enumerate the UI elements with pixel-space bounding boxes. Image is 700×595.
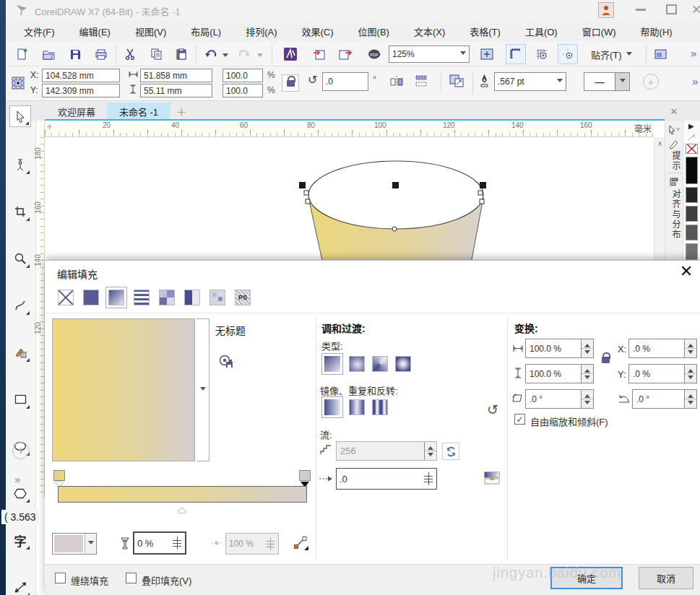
gradient-start-stop[interactable]	[53, 470, 65, 481]
transform-width-spinner[interactable]	[581, 339, 593, 357]
gradient-type-rectangular-button[interactable]	[395, 356, 411, 372]
fill-preview[interactable]	[52, 318, 195, 461]
menu-text[interactable]: 文本(X)	[402, 20, 457, 42]
two-color-pattern-fill-button[interactable]	[184, 290, 200, 305]
user-account-icon[interactable]	[598, 2, 614, 18]
align-distribute-docker-tab[interactable]: 对齐与分布	[670, 189, 682, 240]
show-grid-icon[interactable]	[532, 44, 552, 64]
lock-ratio-button[interactable]	[282, 74, 299, 92]
text-tool-icon[interactable]: 字	[9, 529, 31, 551]
scale-x-input[interactable]: 100.0	[222, 69, 263, 82]
show-guidelines-icon[interactable]	[558, 44, 578, 64]
redo-dropdown-icon[interactable]	[257, 53, 263, 60]
drawing-canvas[interactable]	[45, 137, 654, 260]
menu-window[interactable]: 窗口(W)	[570, 20, 628, 42]
toolbox-overflow-icon[interactable]: »	[14, 473, 20, 485]
zoom-level-combobox[interactable]: 125%	[389, 45, 470, 63]
transform-height-spinner[interactable]	[581, 365, 593, 383]
open-icon[interactable]	[38, 44, 59, 64]
no-fill-button[interactable]	[58, 290, 74, 305]
fullscreen-preview-icon[interactable]	[477, 44, 497, 64]
vertical-ruler[interactable]: 180 160 140 120	[36, 121, 45, 498]
menu-table[interactable]: 表格(T)	[457, 20, 513, 42]
gradient-end-stop[interactable]	[299, 470, 311, 481]
offset-input[interactable]: .0	[336, 468, 437, 490]
vector-pattern-fill-button[interactable]	[134, 290, 150, 305]
close-document-icon[interactable]: ✕	[667, 104, 681, 118]
gradient-midpoint-marker[interactable]	[178, 503, 186, 513]
fill-picker-dropdown[interactable]	[196, 318, 209, 461]
bitmap-pattern-fill-button[interactable]	[159, 290, 175, 305]
copy-icon[interactable]	[146, 44, 166, 64]
gradient-type-linear-button[interactable]	[321, 353, 343, 375]
mirror-vertical-icon[interactable]	[415, 75, 428, 87]
tab-welcome-screen[interactable]: 欢迎屏幕	[48, 103, 105, 120]
dialog-close-icon[interactable]: ✕	[675, 261, 698, 282]
overprint-fill-checkbox[interactable]	[126, 573, 137, 583]
transform-y-input[interactable]: .0 %	[628, 364, 697, 383]
menu-tools[interactable]: 工具(O)	[513, 20, 570, 42]
scroll-up-icon[interactable]: ∧	[654, 137, 665, 149]
gradient-type-elliptical-button[interactable]	[349, 356, 365, 372]
transform-x-input[interactable]: .0 %	[628, 339, 697, 358]
docker-help-pointer-icon[interactable]: ?	[668, 125, 680, 136]
new-tab-button[interactable]: ＋	[173, 104, 189, 118]
menu-arrange[interactable]: 排列(A)	[233, 20, 289, 42]
tab-untitled-1[interactable]: 未命名 -1	[107, 103, 170, 120]
skew-input[interactable]: .0 °	[525, 389, 594, 409]
text-wrap-icon[interactable]	[449, 74, 464, 87]
menu-effects[interactable]: 效果(C)	[290, 20, 346, 42]
color-swatch-gray-90[interactable]	[686, 187, 698, 203]
horizontal-ruler[interactable]: ✛ 20 40 60 80 100 120 140 160 毫米	[45, 121, 654, 137]
cut-icon[interactable]	[120, 44, 140, 64]
repeat-mirror-button[interactable]	[349, 399, 365, 415]
paste-icon[interactable]	[171, 44, 191, 64]
no-color-swatch[interactable]	[686, 144, 698, 154]
maximize-button[interactable]	[666, 4, 677, 14]
stop-color-picker[interactable]	[52, 533, 97, 555]
menu-edit[interactable]: 编辑(E)	[67, 20, 123, 42]
mirror-horizontal-icon[interactable]	[390, 75, 403, 87]
freehand-tool-icon[interactable]	[9, 295, 31, 316]
uniform-fill-button[interactable]	[83, 290, 99, 305]
artistic-media-tool-icon[interactable]	[9, 342, 31, 363]
skew-spinner[interactable]	[581, 390, 593, 408]
save-icon[interactable]	[65, 44, 85, 64]
snap-to-dropdown[interactable]: 贴齐(T)	[591, 48, 632, 61]
zoom-tool-icon[interactable]	[9, 248, 31, 269]
close-button[interactable]: ✕	[689, 2, 700, 17]
show-rulers-icon[interactable]	[506, 44, 526, 64]
transform-lock-icon[interactable]	[600, 353, 611, 366]
rotation-input[interactable]: .0	[322, 72, 368, 91]
minimize-button[interactable]	[636, 9, 646, 11]
cancel-button[interactable]: 取消	[639, 567, 693, 589]
palette-eyedropper-icon[interactable]	[687, 132, 696, 142]
flow-steps-spinner[interactable]	[424, 442, 436, 460]
flow-steps-lock-icon[interactable]	[442, 443, 459, 460]
transform-y-spinner[interactable]	[684, 365, 696, 383]
color-swatch-gray-60[interactable]	[686, 243, 698, 260]
wrap-fill-checkbox[interactable]	[55, 573, 66, 583]
polygon-tool-icon[interactable]	[9, 482, 31, 504]
node-line-tool-icon[interactable]	[293, 535, 309, 551]
pick-tool-icon[interactable]	[9, 105, 31, 127]
crop-tool-icon[interactable]	[9, 201, 31, 222]
object-width-input[interactable]: 51.858 mm	[140, 69, 212, 82]
undo-dropdown-icon[interactable]	[222, 53, 228, 60]
menu-help[interactable]: 帮助(H)	[628, 20, 685, 42]
property-overflow-icon[interactable]: »	[692, 75, 698, 87]
edge-pad-icon[interactable]	[484, 472, 500, 485]
menu-view[interactable]: 视图(V)	[123, 20, 178, 42]
rectangle-tool-icon[interactable]	[9, 388, 31, 410]
color-swatch-gray-70[interactable]	[686, 225, 698, 240]
stop-opacity-spinner[interactable]	[172, 537, 182, 550]
export-icon[interactable]	[335, 44, 355, 64]
new-document-icon[interactable]	[12, 44, 32, 64]
print-icon[interactable]	[91, 44, 111, 64]
hints-docker-icon[interactable]	[669, 139, 679, 149]
fill-rotation-input[interactable]: .0 °	[632, 389, 697, 409]
object-height-input[interactable]: 55.11 mm	[140, 84, 212, 97]
ok-button[interactable]: 确定	[550, 567, 623, 589]
x-position-input[interactable]: 104.528 mm	[42, 69, 120, 82]
fountain-fill-button[interactable]	[105, 287, 127, 308]
